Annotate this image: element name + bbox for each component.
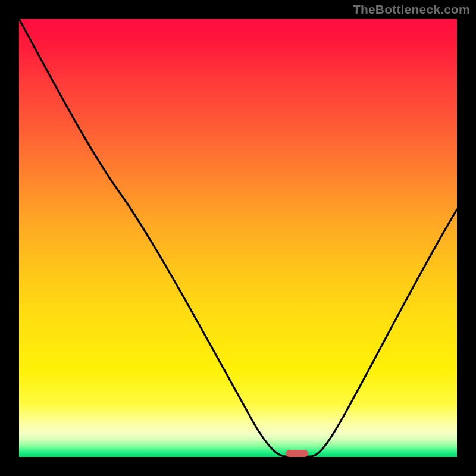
bottleneck-curve xyxy=(19,19,457,457)
plot-area xyxy=(19,19,457,457)
optimum-marker xyxy=(286,450,308,457)
curve-path xyxy=(19,19,457,456)
chart-frame: TheBottleneck.com xyxy=(0,0,476,476)
watermark-text: TheBottleneck.com xyxy=(353,2,470,17)
